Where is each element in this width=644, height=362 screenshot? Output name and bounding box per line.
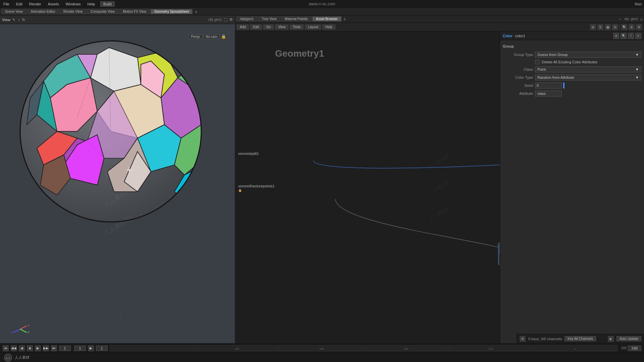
attribute-label: Attribute bbox=[503, 92, 533, 96]
timeline-prev-key[interactable]: ◀◀ bbox=[11, 345, 17, 351]
node-view-btn[interactable]: View bbox=[275, 24, 288, 29]
props-content: Group Group Type Guess from Group ▼ bbox=[500, 40, 644, 101]
attribute-value: class bbox=[535, 90, 562, 97]
properties-panel: Color color1 ⚙ 🔍 ? ✕ Group bbox=[500, 32, 644, 343]
bottom-timeline: ⏮ ◀◀ ◀ ■ ▶ ▶▶ ⏭ ▶ 144 168 292 216 1 240 bbox=[0, 343, 644, 353]
node-search-icon[interactable]: 🔍 bbox=[621, 24, 627, 30]
node-go-btn[interactable]: Go bbox=[263, 24, 274, 29]
group-type-dropdown[interactable]: Guess from Group ▼ bbox=[535, 52, 641, 58]
viewport-header: View ↖ ↕ ↻ obj geo1 ⛶ ⚙ bbox=[0, 15, 235, 24]
node-path-back[interactable]: ← bbox=[618, 17, 622, 21]
menu-render[interactable]: Render bbox=[28, 1, 43, 7]
auto-update-button[interactable]: Auto Update bbox=[616, 336, 641, 341]
keys-text: 0 keys, 0/0 channels bbox=[528, 337, 562, 341]
group-section: Group bbox=[503, 43, 641, 50]
tab-composite-view[interactable]: Composite View bbox=[87, 9, 118, 14]
class-value: Point bbox=[537, 67, 546, 71]
class-dropdown[interactable]: Point ▼ bbox=[535, 66, 641, 72]
group-label: Group bbox=[503, 43, 514, 50]
node-tab-tree[interactable]: Tree View bbox=[258, 16, 280, 21]
key-all-channels-button[interactable]: Key All Channels bbox=[565, 336, 596, 341]
frame-value-input[interactable] bbox=[628, 346, 641, 351]
svg-text:人人: 人人 bbox=[5, 357, 11, 360]
viewport-canvas[interactable]: Persp No cam 🔒 人人素材区 人人素材区 人人素材区 人人素材区 bbox=[0, 24, 235, 343]
menu-file[interactable]: File bbox=[2, 1, 11, 7]
timeline-next-key[interactable]: ▶▶ bbox=[43, 345, 49, 351]
settings-icon[interactable]: ⚙ bbox=[229, 17, 233, 22]
timeline-to-end[interactable]: ⏭ bbox=[51, 345, 57, 351]
menu-edit[interactable]: Edit bbox=[15, 1, 24, 7]
node-tab-geo1[interactable]: /obj/geo1 bbox=[236, 16, 257, 21]
key-channels-bar: ⚙ 0 keys, 0/0 channels Key All Channels … bbox=[517, 334, 644, 343]
node-tab-add[interactable]: + bbox=[342, 16, 347, 22]
color-type-dropdown[interactable]: Random from Attribute ▼ bbox=[535, 74, 641, 80]
tab-animation-editor[interactable]: Animation Editor bbox=[27, 9, 59, 14]
props-icon-search[interactable]: 🔍 bbox=[621, 33, 627, 39]
svg-line-34 bbox=[20, 329, 27, 333]
node-layout-btn[interactable]: Layout bbox=[305, 24, 321, 29]
frame-end-input[interactable] bbox=[96, 346, 108, 351]
seed-label: Seed bbox=[503, 83, 533, 87]
tab-geometry-spreadsheet[interactable]: Geometry Spreadsheet bbox=[151, 9, 193, 14]
node-tab-asset[interactable]: Asset Browser bbox=[312, 16, 341, 21]
menu-help[interactable]: Help bbox=[86, 1, 96, 7]
props-icon-question[interactable]: ? bbox=[628, 33, 634, 39]
menu-windows[interactable]: Windows bbox=[64, 1, 82, 7]
node-zoom-icon[interactable]: ⊕ bbox=[629, 24, 635, 30]
status-logo: 人人 bbox=[4, 354, 12, 362]
timeline-frame-input[interactable] bbox=[59, 346, 71, 351]
node-tile-icon[interactable]: ⊟ bbox=[612, 24, 618, 30]
ruler-mark-292: 292 bbox=[364, 347, 448, 350]
delete-row: Delete All Existing Color Attributes bbox=[503, 60, 641, 64]
viewport-icon-move[interactable]: ↕ bbox=[18, 17, 20, 22]
voronoisplit1-label: voronoisplit1 bbox=[238, 152, 259, 156]
timeline-play-back[interactable]: ◀ bbox=[19, 345, 25, 351]
node-settings-icon[interactable]: ⚙ bbox=[636, 24, 642, 30]
ruler-mark-144: 144 bbox=[195, 347, 279, 350]
node-grid-icon[interactable]: ▦ bbox=[605, 24, 611, 30]
timeline-stop[interactable]: ■ bbox=[27, 345, 33, 351]
tabs-bar: Scene View Animation Editor Render View … bbox=[0, 8, 644, 15]
group-type-arrow: ▼ bbox=[635, 53, 639, 57]
node-obj-label: obj bbox=[624, 17, 629, 21]
node-tools-btn[interactable]: Tools bbox=[290, 24, 304, 29]
svg-text:X: X bbox=[28, 324, 30, 327]
seed-input[interactable] bbox=[535, 82, 562, 88]
tab-render-view[interactable]: Render View bbox=[60, 9, 86, 14]
props-icon-row: ⚙ 🔍 ? ✕ bbox=[613, 33, 641, 39]
node-edit-btn[interactable]: Edit bbox=[250, 24, 262, 29]
tab-motion-fx[interactable]: Motion FX View bbox=[119, 9, 150, 14]
viewport-icon-select[interactable]: ↖ bbox=[12, 17, 16, 22]
seed-input-container bbox=[535, 82, 565, 88]
timeline-play-icon[interactable]: ▶ bbox=[88, 345, 94, 351]
node-add-btn[interactable]: Add bbox=[237, 24, 249, 29]
props-icon-gear[interactable]: ⚙ bbox=[613, 33, 619, 39]
color-type-label: Color Type bbox=[503, 75, 533, 79]
ruler-mark-end: 1 bbox=[533, 347, 617, 350]
node-home-icon[interactable]: ⌂ bbox=[640, 17, 643, 21]
timeline-play[interactable]: ▶ bbox=[35, 345, 41, 351]
viewport-icon-rotate[interactable]: ↻ bbox=[22, 17, 25, 22]
timeline-track[interactable]: 144 168 292 216 1 bbox=[110, 345, 618, 351]
menu-assets[interactable]: Assets bbox=[47, 1, 60, 7]
delete-checkbox[interactable] bbox=[535, 60, 540, 64]
add-tab-button[interactable]: + bbox=[193, 9, 199, 14]
timeline-to-start[interactable]: ⏮ bbox=[3, 345, 9, 351]
color-type-arrow: ▼ bbox=[635, 75, 639, 79]
main-layout: View ↖ ↕ ↻ obj geo1 ⛶ ⚙ ↖ ↔ ↻ ⤡ + ✎ ● ◻ … bbox=[0, 15, 644, 343]
frame-start-input[interactable] bbox=[74, 346, 86, 351]
gear-bottom-icon[interactable]: ⚙ bbox=[520, 336, 526, 342]
node-snap-icon[interactable]: ⊞ bbox=[590, 24, 596, 30]
props-icon-close[interactable]: ✕ bbox=[635, 33, 641, 39]
node-tab-material[interactable]: Material Palette bbox=[281, 16, 312, 21]
node-list-icon[interactable]: ☰ bbox=[597, 24, 603, 30]
fullscreen-icon[interactable]: ⛶ bbox=[224, 18, 227, 22]
moon-icon[interactable]: ◐ bbox=[608, 336, 614, 342]
node-sep bbox=[620, 24, 620, 30]
build-button[interactable]: Build bbox=[100, 1, 114, 7]
tab-scene-view[interactable]: Scene View bbox=[1, 9, 26, 14]
seed-slider-indicator bbox=[563, 82, 565, 88]
node-toolbar: Add Edit Go View Tools Layout Help ⊞ ☰ ▦… bbox=[235, 23, 644, 32]
geometry-label: Geometry1 bbox=[275, 48, 324, 59]
node-help-btn[interactable]: Help bbox=[322, 24, 335, 29]
